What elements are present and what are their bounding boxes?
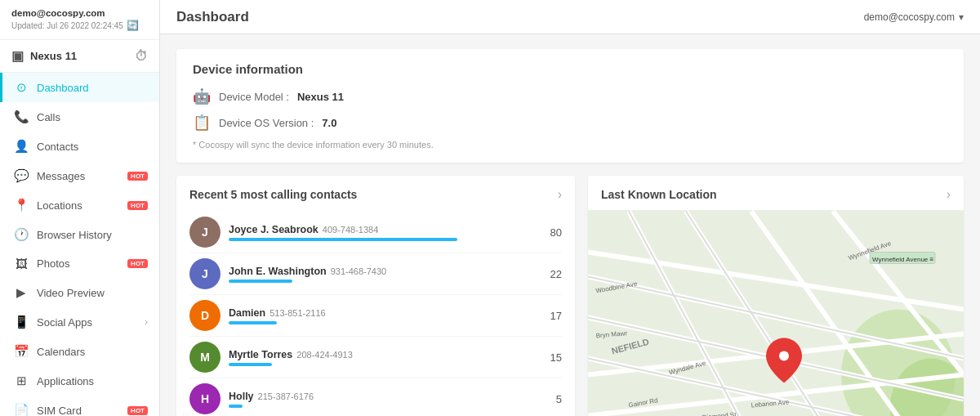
contact-info: Myrtle Torres208-424-4913 — [229, 348, 536, 366]
avatar: D — [189, 300, 220, 331]
topbar-right: demo@cocospy.com ▾ — [864, 11, 964, 23]
sidebar-item-calendars[interactable]: 📅Calendars — [0, 337, 159, 366]
sidebar-item-label-video-preview: Video Preview — [37, 287, 148, 299]
topbar: Dashboard demo@cocospy.com ▾ — [160, 0, 980, 34]
device-model-value: Nexus 11 — [297, 91, 344, 103]
call-bar — [229, 405, 243, 408]
map-panel: Last Known Location › — [588, 176, 964, 416]
contact-name: Damien — [229, 307, 265, 319]
sidebar-nav: ⊙Dashboard📞Calls👤Contacts💬MessagesHOT📍Lo… — [0, 73, 159, 416]
device-info-card: Device information 🤖 Device Model : Nexu… — [176, 49, 964, 163]
contacts-icon: 👤 — [14, 139, 29, 154]
hot-badge-sim-card: HOT — [127, 406, 148, 415]
sidebar-item-messages[interactable]: 💬MessagesHOT — [0, 161, 159, 190]
contact-count: 17 — [544, 310, 562, 322]
contact-row: HHolly215-387-61765 — [189, 378, 562, 416]
sidebar-updated: Updated: Jul 26 2022 02:24:45 🔄 — [11, 20, 148, 31]
calling-panel-header: Recent 5 most calling contacts › — [189, 187, 562, 202]
android-icon: 🤖 — [193, 87, 211, 105]
sidebar-item-label-contacts: Contacts — [37, 141, 148, 153]
device-name: Nexus 11 — [30, 50, 77, 62]
contact-count: 15 — [544, 351, 562, 364]
calling-panel: Recent 5 most calling contacts › JJoyce … — [176, 176, 575, 416]
map-panel-arrow[interactable]: › — [947, 187, 951, 202]
content-area: Device information 🤖 Device Model : Nexu… — [160, 34, 980, 416]
contact-name: Holly — [229, 391, 254, 402]
calendar-icon: 📋 — [193, 114, 211, 132]
sidebar-item-video-preview[interactable]: ▶Video Preview — [0, 278, 159, 307]
call-bar — [229, 280, 292, 283]
sidebar-email: demo@cocospy.com — [11, 8, 148, 18]
main-area: Dashboard demo@cocospy.com ▾ Device info… — [160, 0, 980, 416]
dashboard-icon: ⊙ — [14, 80, 29, 95]
map-panel-title: Last Known Location — [601, 188, 717, 201]
contact-phone: 208-424-4913 — [296, 350, 353, 360]
sidebar-item-label-calendars: Calendars — [37, 346, 148, 358]
contact-phone: 215-387-6176 — [258, 391, 314, 401]
sidebar-item-social-apps[interactable]: 📱Social Apps› — [0, 307, 159, 337]
avatar: H — [189, 383, 220, 414]
avatar: J — [189, 258, 220, 289]
contact-name: Myrtle Torres — [229, 349, 292, 360]
contact-info: John E. Washington931-468-7430 — [229, 265, 536, 283]
avatar: J — [189, 217, 220, 248]
device-os-label: Device OS Version : — [219, 117, 314, 129]
avatar: M — [189, 342, 220, 373]
contacts-list: JJoyce J. Seabrook409-748-138480JJohn E.… — [189, 212, 562, 416]
device-os-value: 7.0 — [322, 117, 336, 129]
sidebar-item-label-applications: Applications — [37, 375, 148, 387]
map-panel-header: Last Known Location › — [588, 176, 964, 210]
calls-icon: 📞 — [14, 110, 29, 124]
device-info-title: Device information — [193, 62, 947, 76]
device-sync-note: * Cocospy will sync the device informati… — [193, 140, 947, 150]
device-model-row: 🤖 Device Model : Nexus 11 — [193, 87, 947, 105]
sidebar-item-locations[interactable]: 📍LocationsHOT — [0, 190, 159, 220]
tablet-icon: ▣ — [11, 48, 24, 64]
contact-info: Joyce J. Seabrook409-748-1384 — [229, 223, 536, 241]
call-bar — [229, 363, 272, 366]
sidebar-item-photos[interactable]: 🖼PhotosHOT — [0, 249, 159, 278]
svg-point-31 — [779, 351, 789, 361]
calling-panel-arrow[interactable]: › — [558, 187, 562, 202]
contact-phone: 409-748-1384 — [323, 225, 379, 235]
sidebar-item-sim-card[interactable]: 📄SIM CardHOT — [0, 396, 159, 416]
bottom-panels: Recent 5 most calling contacts › JJoyce … — [176, 176, 964, 416]
social-apps-icon: 📱 — [14, 315, 29, 329]
contact-row: JJohn E. Washington931-468-743022 — [189, 253, 562, 295]
sidebar-item-label-photos: Photos — [37, 257, 117, 270]
device-settings-icon[interactable]: ⏱ — [135, 49, 148, 64]
photos-icon: 🖼 — [14, 257, 29, 271]
device-item[interactable]: ▣ Nexus 11 ⏱ — [0, 40, 159, 73]
topbar-user-email: demo@cocospy.com — [864, 11, 955, 23]
contact-row: MMyrtle Torres208-424-491315 — [189, 337, 562, 378]
sidebar-item-label-locations: Locations — [37, 199, 117, 212]
page-title: Dashboard — [176, 9, 249, 25]
browser-history-icon: 🕐 — [14, 227, 29, 242]
contact-phone: 931-468-7430 — [331, 266, 387, 276]
hot-badge-photos: HOT — [127, 259, 148, 268]
map-container[interactable]: Wynnefield Ave Woodbine Ave Bryn Mawr Wy… — [588, 210, 964, 416]
sidebar-item-applications[interactable]: ⊞Applications — [0, 366, 159, 396]
sidebar-item-label-calls: Calls — [37, 111, 148, 123]
refresh-icon[interactable]: 🔄 — [127, 20, 139, 31]
topbar-chevron-icon[interactable]: ▾ — [959, 11, 964, 23]
contact-name: John E. Washington — [229, 266, 327, 277]
sidebar-item-label-sim-card: SIM Card — [37, 405, 117, 417]
call-bar — [229, 238, 457, 241]
applications-icon: ⊞ — [14, 374, 29, 388]
chevron-icon-social-apps: › — [145, 316, 148, 328]
calling-panel-title: Recent 5 most calling contacts — [189, 188, 357, 201]
contact-count: 5 — [544, 393, 562, 405]
sidebar-header: demo@cocospy.com Updated: Jul 26 2022 02… — [0, 0, 159, 40]
sim-card-icon: 📄 — [14, 403, 29, 416]
sidebar: demo@cocospy.com Updated: Jul 26 2022 02… — [0, 0, 160, 416]
sidebar-item-browser-history[interactable]: 🕐Browser History — [0, 220, 159, 249]
sidebar-item-dashboard[interactable]: ⊙Dashboard — [0, 73, 159, 102]
sidebar-item-calls[interactable]: 📞Calls — [0, 102, 159, 132]
sidebar-item-label-browser-history: Browser History — [37, 229, 148, 241]
svg-text:Wynnefield Avenue ≡: Wynnefield Avenue ≡ — [872, 256, 933, 263]
locations-icon: 📍 — [14, 198, 29, 212]
device-model-label: Device Model : — [219, 91, 289, 103]
device-os-row: 📋 Device OS Version : 7.0 — [193, 114, 947, 132]
sidebar-item-contacts[interactable]: 👤Contacts — [0, 132, 159, 161]
